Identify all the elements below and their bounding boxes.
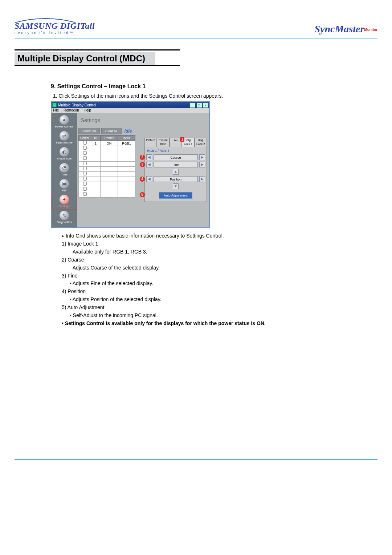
row-checkbox[interactable] (83, 192, 87, 196)
fine-left-button[interactable]: ◀ (146, 162, 152, 167)
row-checkbox[interactable] (83, 187, 87, 191)
table-row[interactable]: 1 ON RGB1 (79, 141, 135, 146)
row-checkbox[interactable] (83, 156, 87, 160)
samsung-logo: SAMSUNG DIGITall everyone's invited™ (15, 17, 95, 35)
table-row[interactable] (79, 151, 135, 156)
row-checkbox[interactable] (83, 141, 87, 145)
cell-input: RGB1 (118, 141, 135, 146)
brand-tagline: everyone's invited™ (15, 31, 95, 35)
sidebar-item-pip[interactable]: ▣PIP (52, 178, 77, 194)
sidebar-item-diagnostics[interactable]: ✎Diagnostics (52, 210, 77, 226)
callout-5: 5 (140, 192, 145, 197)
row-checkbox[interactable] (83, 151, 87, 155)
row-checkbox[interactable] (83, 172, 87, 175)
row-checkbox[interactable] (83, 167, 87, 170)
mdc-app-window: Multiple Display Control _ □ × File Remo… (51, 101, 210, 228)
app-icon (52, 103, 57, 107)
note-bullet-text: Settings Control is available only for t… (65, 320, 266, 326)
sidebar-item-label: Power Control (55, 125, 74, 129)
note-4-body: - Adjusts Position of the selected displ… (70, 296, 370, 303)
section-heading: 9. Settings Control – Image Lock 1 (51, 82, 370, 90)
info-grid: Select ID Power Input 1 ON RGB1 (78, 135, 135, 198)
table-row[interactable] (79, 166, 135, 171)
sidebar-item-time[interactable]: ◔Time (52, 162, 77, 178)
fine-label: Fine (154, 162, 198, 167)
maximize-icon[interactable]: □ (197, 103, 202, 108)
img-lock-panel: RGB 1 / RGB 3 2 ◀ Coarse ▶ 3 ◀ Fine (144, 147, 207, 202)
table-row[interactable] (79, 171, 135, 177)
note-bullet: Settings Control is available only for t… (62, 320, 370, 327)
sidebar-item-input-source[interactable]: ⇄Input Source (52, 130, 77, 146)
note-1-title: 1) Image Lock 1 (62, 240, 370, 247)
tab-img-lock-2[interactable]: Img Lock 2 (195, 138, 207, 147)
position-down-button[interactable]: ▼ (173, 183, 179, 189)
note-5-title: 5) Auto Adjustment (62, 304, 370, 311)
auto-adjustment-button[interactable]: Auto Adjustment (159, 192, 192, 199)
tab-picture[interactable]: Picture (144, 138, 157, 147)
callout-2: 2 (140, 155, 145, 160)
note-3-title: 3) Fine (62, 272, 370, 279)
col-select: Select (79, 135, 91, 141)
header-rule (15, 39, 377, 39)
diagnostics-icon: ✎ (60, 211, 69, 220)
note-5-body: - Self-Adjust to the incoming PC signal. (70, 312, 370, 319)
note-4-title: 4) Position (62, 288, 370, 295)
sidebar-item-image-size[interactable]: ◐Image Size (52, 146, 77, 162)
table-row[interactable] (79, 146, 135, 151)
coarse-right-button[interactable]: ▶ (199, 154, 205, 160)
app-main: Settings Select All Clear All Idle Selec… (77, 113, 209, 227)
footer-rule (15, 459, 377, 460)
syncmaster-logo: SyncMasterMonitor (314, 23, 377, 35)
sidebar-item-power-control[interactable]: ●Power Control (52, 114, 77, 130)
sidebar-item-settings[interactable]: ✦Settings (52, 194, 77, 210)
minimize-icon[interactable]: _ (190, 103, 195, 108)
table-row[interactable] (79, 182, 135, 187)
sidebar-item-label: Diagnostics (57, 220, 72, 224)
row-checkbox[interactable] (83, 162, 87, 165)
table-row[interactable] (79, 161, 135, 166)
rgb-mode-label: RGB 1 / RGB 3 (147, 149, 205, 153)
image-size-icon: ◐ (60, 147, 69, 157)
settings-icon: ✦ (60, 195, 69, 204)
row-checkbox[interactable] (83, 177, 87, 181)
app-sidebar: ●Power Control ⇄Input Source ◐Image Size… (52, 113, 77, 227)
menu-remocon[interactable]: Remocon (64, 108, 79, 112)
table-row[interactable] (79, 187, 135, 192)
sidebar-item-label: PIP (62, 189, 67, 193)
col-input: Input (118, 135, 135, 141)
table-row[interactable] (79, 177, 135, 182)
power-icon: ● (60, 115, 69, 125)
page-title: Multiple Display Control (MDC) (15, 52, 155, 65)
menu-file[interactable]: File (53, 108, 59, 112)
position-right-button[interactable]: ▶ (199, 176, 205, 182)
table-row[interactable] (79, 156, 135, 161)
settings-tabs: Picture Picture RGB Au 1 Img Lock 1 Img … (144, 138, 207, 202)
clear-all-button[interactable]: Clear All (101, 128, 122, 134)
app-menubar: File Remocon Help (52, 108, 209, 113)
note-3-body: - Adjusts Fine of the selected display. (70, 280, 370, 287)
col-power: Power (101, 135, 118, 141)
fine-right-button[interactable]: ▶ (199, 162, 205, 167)
coarse-left-button[interactable]: ◀ (146, 154, 152, 160)
cell-id: 1 (91, 141, 101, 146)
table-row[interactable] (79, 192, 135, 197)
close-icon[interactable]: × (203, 103, 208, 108)
menu-help[interactable]: Help (84, 108, 91, 112)
tab-picture-rgb[interactable]: Picture RGB (157, 138, 169, 147)
coarse-label: Coarse (154, 154, 198, 160)
tab-img-lock-1[interactable]: 1 Img Lock 1 (182, 138, 194, 147)
row-checkbox[interactable] (83, 182, 87, 186)
title-top-rule (15, 49, 180, 50)
position-up-button[interactable]: ▲ (173, 169, 179, 175)
row-checkbox[interactable] (83, 146, 87, 150)
select-all-button[interactable]: Select All (78, 128, 100, 134)
callout-1: 1 (180, 137, 184, 142)
position-label: Position (154, 176, 198, 182)
position-left-button[interactable]: ◀ (146, 176, 152, 182)
time-icon: ◔ (60, 163, 69, 173)
sidebar-item-label: Time (61, 173, 67, 177)
app-titlebar: Multiple Display Control _ □ × (52, 102, 209, 108)
tab-img-lock-1-label: Img Lock 1 (184, 138, 193, 146)
cell-power: ON (101, 141, 118, 146)
sidebar-item-label: Input Source (56, 141, 72, 145)
